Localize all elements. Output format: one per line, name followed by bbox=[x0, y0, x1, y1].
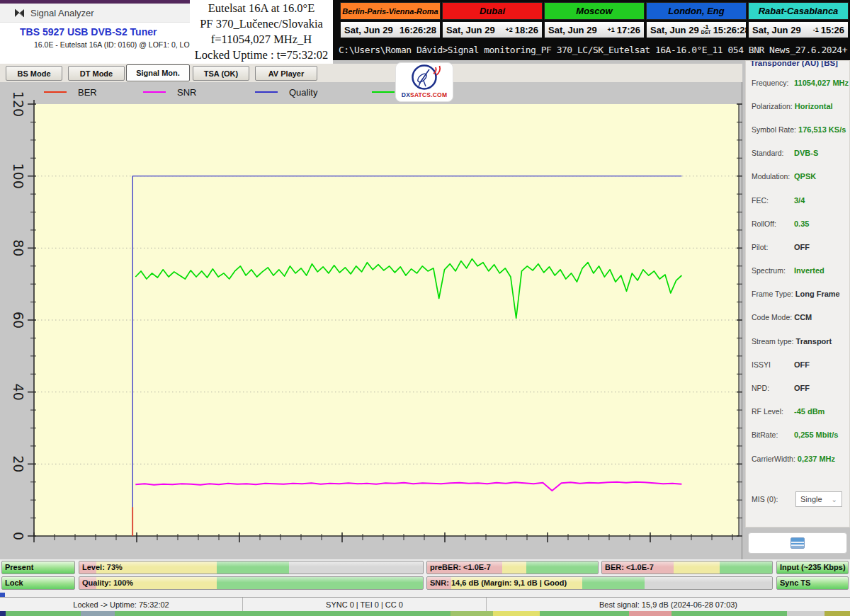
transponder-label: Spectrum: bbox=[752, 266, 792, 275]
annotation-line: f=11054,027 MHz_H bbox=[190, 32, 333, 47]
transponder-label: Symbol Rate: bbox=[752, 125, 796, 134]
svg-text:0: 0 bbox=[11, 532, 26, 540]
signal-analyzer-app: Signal Analyzer TBS 5927 USB DVB-S2 Tune… bbox=[0, 0, 850, 616]
annotation-line: Locked Uptime : t=75:32:02 bbox=[190, 47, 333, 63]
archive-icon bbox=[790, 537, 805, 549]
transponder-value: Inverted bbox=[794, 266, 824, 275]
transponder-row: BitRate:0,255 Mbit/s bbox=[746, 423, 849, 447]
transponder-row: Standard:DVB-S bbox=[746, 142, 849, 165]
world-clocks: Berlin-Paris-Vienna-RomaSat, Jun 2916:26… bbox=[340, 2, 849, 40]
clock-utc-offset: +2 bbox=[503, 27, 514, 33]
transponder-row: Polarization:Horizontal bbox=[746, 94, 849, 118]
transponder-row: RollOff:0.35 bbox=[746, 212, 849, 235]
clock-time: 16:26:28 bbox=[400, 25, 436, 35]
window-title: Signal Analyzer bbox=[30, 8, 94, 18]
world-clock: London, EngSat, Jun 29-1DST15:26:28 bbox=[646, 2, 747, 40]
clock-city-header: Moscow bbox=[544, 2, 645, 20]
snr-bar: SNR: 14,6 dB (Margin: 9,1 dB | Good) bbox=[426, 576, 773, 590]
window-strip-segment bbox=[81, 611, 115, 616]
transponder-label: Modulation: bbox=[752, 172, 792, 181]
preber-bar: preBER: <1.0E-7 bbox=[426, 561, 599, 574]
clock-date: Sat, Jun 29 bbox=[548, 25, 597, 35]
window-strip-segment bbox=[0, 611, 6, 616]
clock-time-row: Sat, Jun 29-1DST15:26:28 bbox=[646, 21, 747, 38]
status-best-signal: Best signal: 15,9 dB (2024-06-28 07:03) bbox=[487, 598, 850, 611]
transponder-label: Frame Type: bbox=[752, 290, 793, 298]
transponder-rows: Frequency:11054,027 MHzPolarization:Hori… bbox=[746, 71, 849, 470]
save-transponder-button[interactable] bbox=[748, 532, 847, 554]
transponder-label: Frequency: bbox=[752, 79, 792, 87]
clock-city-header: Berlin-Paris-Vienna-Roma bbox=[340, 2, 441, 20]
console-prompt: C:\Users\Roman Dávid>Signal monitoring_P… bbox=[339, 45, 849, 59]
mode-tabs: BS ModeDT ModeSignal Mon.TSA (OK)AV Play… bbox=[0, 64, 742, 82]
clock-city-header: London, Eng bbox=[646, 2, 747, 20]
signal-status-bars: PresentLevel: 73%preBER: <1.0E-7BER: <1.… bbox=[0, 559, 850, 597]
transponder-row: RF Level:-45 dBm bbox=[746, 400, 849, 423]
transponder-row: NPD:OFF bbox=[746, 376, 849, 399]
clock-time: 17:26 bbox=[617, 25, 640, 35]
window-strip-segment bbox=[450, 611, 493, 616]
transponder-value: 176,513 KS/s bbox=[798, 125, 846, 134]
window-strip-segment bbox=[540, 611, 629, 616]
tuner-title: TBS 5927 USB DVB-S2 Tuner bbox=[20, 26, 157, 38]
tab-tsa-ok[interactable]: TSA (OK) bbox=[193, 66, 249, 81]
transponder-row: Frequency:11054,027 MHz bbox=[746, 71, 849, 94]
window-strip-segment bbox=[115, 611, 450, 616]
monitor-row: LockQuality: 100%SNR: 14,6 dB (Margin: 9… bbox=[0, 576, 850, 590]
transponder-row: Modulation:QPSK bbox=[746, 165, 849, 188]
transponder-label: RF Level: bbox=[752, 407, 792, 416]
window-strip-segment bbox=[6, 611, 81, 616]
transponder-label: Pilot: bbox=[752, 243, 792, 251]
transponder-value: 3/4 bbox=[794, 196, 805, 205]
clock-utc-offset: -1DST bbox=[699, 24, 713, 35]
tab-dt-mode[interactable]: DT Mode bbox=[68, 66, 125, 81]
transponder-value: Long Frame bbox=[795, 290, 840, 298]
monitor-row: PresentLevel: 73%preBER: <1.0E-7BER: <1.… bbox=[0, 561, 850, 574]
clock-time-row: Sat, Jun 29+218:26 bbox=[442, 21, 543, 38]
svg-text:60: 60 bbox=[11, 312, 26, 329]
mis-select[interactable]: Single ⌄ bbox=[795, 491, 842, 507]
clock-time: 15:26:28 bbox=[713, 25, 750, 35]
mis-selected-value: Single bbox=[800, 495, 822, 503]
transponder-label: Stream type: bbox=[752, 337, 794, 346]
clock-city-header: Rabat-Casablanca bbox=[748, 2, 849, 20]
tab-av-player[interactable]: AV Player bbox=[255, 66, 317, 81]
transponder-row: Stream type:Transport bbox=[746, 329, 849, 353]
clock-time-row: Sat, Jun 29-115:26 bbox=[748, 21, 849, 38]
transponder-header: Transponder (AU) [BS] bbox=[750, 60, 849, 67]
transponder-value: 0,255 Mbit/s bbox=[794, 430, 838, 439]
present-badge: Present bbox=[1, 561, 75, 574]
window-strip-segment bbox=[787, 611, 824, 616]
tab-bs-mode[interactable]: BS Mode bbox=[6, 66, 62, 81]
svg-text:40: 40 bbox=[11, 384, 26, 401]
lock-badge: Lock bbox=[1, 576, 75, 590]
status-uptime: Locked -> Uptime: 75:32:02 bbox=[0, 598, 243, 611]
annotation-line: Eutelsat 16A at 16.0°E bbox=[190, 1, 333, 16]
transponder-value: Horizontal bbox=[795, 102, 833, 110]
svg-text:120: 120 bbox=[11, 91, 26, 117]
transponder-row: Spectrum:Inverted bbox=[746, 259, 849, 283]
transponder-label: CarrierWidth: bbox=[752, 455, 795, 463]
transponder-row: Code Mode:CCM bbox=[746, 306, 849, 329]
dxsatcs-logo: DXSATCS.COM bbox=[395, 62, 453, 102]
underlying-window-strip bbox=[0, 611, 850, 616]
clock-time-row: Sat, Jun 2916:26:28 bbox=[340, 21, 441, 38]
transponder-label: FEC: bbox=[752, 196, 792, 205]
transponder-value: OFF bbox=[794, 243, 810, 251]
input-badge: Input (~235 Kbps) bbox=[776, 561, 849, 574]
clock-date: Sat, Jun 29 bbox=[344, 25, 393, 35]
clock-city-header: Dubai bbox=[442, 2, 543, 20]
transponder-value: CCM bbox=[794, 313, 812, 321]
clock-time: 18:26 bbox=[515, 25, 538, 35]
annotation-line: PF 370_Lučenec/Slovakia bbox=[190, 16, 333, 32]
transponder-value: Transport bbox=[796, 337, 832, 346]
transponder-label: ISSYI bbox=[752, 360, 792, 369]
ber-bar: BER: <1.0E-7 bbox=[601, 561, 773, 574]
level-bar: Level: 73% bbox=[79, 561, 424, 574]
tab-signal-mon[interactable]: Signal Mon. bbox=[126, 64, 190, 81]
logo-text: DXSATCS.COM bbox=[402, 91, 447, 98]
clock-time-row: Sat, Jun 29+117:26 bbox=[544, 21, 645, 38]
transponder-label: Polarization: bbox=[752, 102, 793, 110]
clock-utc-offset: +1 bbox=[605, 27, 616, 33]
world-clock: DubaiSat, Jun 29+218:26 bbox=[442, 2, 543, 40]
